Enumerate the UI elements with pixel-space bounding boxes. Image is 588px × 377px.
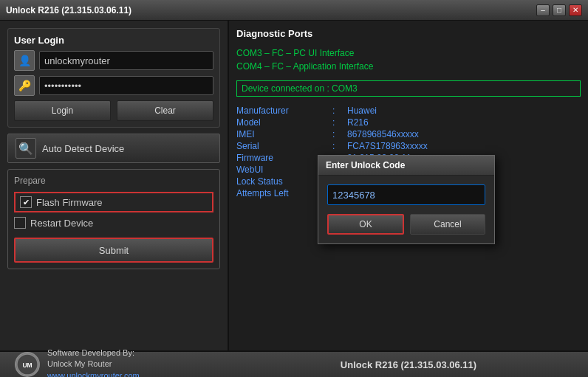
close-button[interactable]: ✕	[569, 4, 582, 16]
username-input[interactable]	[39, 51, 213, 70]
info-label: Serial	[236, 141, 332, 151]
window-title: Unlock R216 (21.315.03.06.11)	[6, 5, 131, 15]
login-button-row: Login Clear	[14, 100, 213, 121]
prepare-section: Prepare ✔ Flash Firmware Restart Device …	[7, 169, 220, 269]
status-bar: UM Software Developed By: Unlock My Rout…	[0, 350, 588, 377]
modal-title: Enter Unlock Code	[318, 156, 494, 176]
maximize-button[interactable]: □	[553, 4, 566, 16]
website-link[interactable]: www.unlockmyrouter.com	[47, 371, 140, 377]
submit-button[interactable]: Submit	[14, 238, 213, 263]
window-controls: – □ ✕	[536, 4, 582, 16]
password-row: 🔑	[14, 75, 213, 96]
software-info: Software Developed By: Unlock My Router …	[47, 347, 140, 377]
unlock-code-input[interactable]	[327, 184, 485, 205]
connected-status: Device connected on : COM3	[236, 80, 581, 97]
restart-device-label: Restart Device	[30, 218, 93, 229]
user-login-title: User Login	[14, 35, 213, 46]
svg-text:UM: UM	[22, 362, 32, 369]
minimize-button[interactable]: –	[536, 4, 550, 16]
port-1: COM3 – FC – PC UI Interface	[236, 46, 581, 60]
user-login-section: User Login 👤 🔑 Login Clear	[7, 28, 220, 128]
modal-cancel-button[interactable]: Cancel	[410, 214, 485, 235]
auto-detect-label: Auto Detect Device	[42, 143, 124, 154]
title-bar: Unlock R216 (21.315.03.06.11) – □ ✕	[0, 0, 588, 21]
info-colon: :	[332, 141, 347, 151]
info-value: 8678968546xxxxx	[347, 129, 581, 139]
restart-device-row: Restart Device	[14, 217, 213, 229]
flash-firmware-label: Flash Firmware	[36, 197, 103, 208]
info-label: Manufacturer	[236, 106, 332, 116]
software-by-label: Software Developed By:	[47, 347, 140, 359]
port-2: COM4 – FC – Application Interface	[236, 60, 581, 73]
flash-firmware-checkbox[interactable]: ✔	[20, 196, 32, 208]
modal-buttons: OK Cancel	[327, 214, 485, 235]
info-value: Huawei	[347, 106, 581, 116]
left-panel: User Login 👤 🔑 Login Clear 🔍 Auto Detect…	[0, 21, 229, 350]
logo: UM	[15, 352, 40, 377]
info-colon: :	[332, 106, 347, 116]
search-icon: 🔍	[16, 138, 36, 159]
login-button[interactable]: Login	[14, 100, 111, 121]
user-icon: 👤	[14, 50, 35, 71]
prepare-title: Prepare	[14, 176, 213, 186]
status-bar-left: UM Software Developed By: Unlock My Rout…	[15, 347, 244, 377]
info-label: IMEI	[236, 129, 332, 139]
info-value: FCA7S178963xxxxx	[347, 141, 581, 151]
port-list: COM3 – FC – PC UI Interface COM4 – FC – …	[236, 46, 581, 73]
info-value: R216	[347, 117, 581, 128]
main-content: User Login 👤 🔑 Login Clear 🔍 Auto Detect…	[0, 21, 588, 350]
restart-device-checkbox[interactable]	[14, 217, 26, 229]
password-icon: 🔑	[14, 75, 35, 96]
auto-detect-button[interactable]: 🔍 Auto Detect Device	[7, 134, 220, 163]
diag-title: Diagnostic Ports	[236, 28, 581, 39]
status-text: Unlock R216 (21.315.03.06.11)	[244, 359, 573, 370]
info-colon: :	[332, 117, 347, 128]
clear-button[interactable]: Clear	[117, 100, 213, 121]
info-colon: :	[332, 129, 347, 139]
unlock-code-modal[interactable]: Enter Unlock Code OK Cancel	[318, 155, 495, 244]
info-label: Model	[236, 117, 332, 128]
password-input[interactable]	[39, 76, 213, 95]
company-name: Unlock My Router	[47, 359, 140, 370]
modal-ok-button[interactable]: OK	[327, 214, 404, 235]
modal-body: OK Cancel	[318, 176, 494, 243]
flash-firmware-row: ✔ Flash Firmware	[14, 192, 213, 212]
username-row: 👤	[14, 50, 213, 71]
